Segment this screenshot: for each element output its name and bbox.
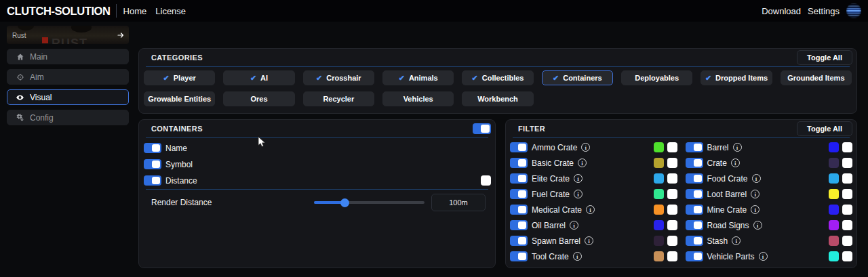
name-toggle[interactable] bbox=[144, 143, 161, 153]
info-icon[interactable]: i bbox=[753, 221, 762, 230]
distance-color-swatch[interactable] bbox=[481, 175, 491, 186]
category-ai[interactable]: ✔AI bbox=[223, 70, 294, 85]
road-signs-toggle[interactable] bbox=[686, 220, 703, 230]
ammo-crate-toggle[interactable] bbox=[510, 142, 528, 152]
crate-toggle[interactable] bbox=[686, 158, 703, 168]
basic-crate-secondary-color-swatch[interactable] bbox=[667, 158, 677, 168]
medical-crate-secondary-color-swatch[interactable] bbox=[667, 205, 677, 215]
medical-crate-toggle[interactable] bbox=[510, 205, 528, 215]
info-icon[interactable]: i bbox=[570, 221, 578, 230]
nav-license[interactable]: License bbox=[155, 6, 186, 16]
info-icon[interactable]: i bbox=[573, 252, 582, 261]
sidebar-item-visual[interactable]: Visual bbox=[7, 89, 129, 105]
info-icon[interactable]: i bbox=[752, 174, 761, 183]
category-containers[interactable]: ✔Containers bbox=[542, 70, 613, 85]
fuel-crate-secondary-color-swatch[interactable] bbox=[667, 189, 677, 199]
nav-download[interactable]: Download bbox=[762, 6, 801, 16]
info-icon[interactable]: i bbox=[586, 205, 595, 214]
crate-secondary-color-swatch[interactable] bbox=[842, 158, 852, 168]
category-vehicles[interactable]: Vehicles bbox=[382, 91, 454, 106]
oil-barrel-secondary-color-swatch[interactable] bbox=[667, 220, 677, 230]
info-icon[interactable]: i bbox=[574, 190, 583, 198]
oil-barrel-color-swatch[interactable] bbox=[654, 220, 664, 230]
render-distance-slider[interactable] bbox=[314, 201, 425, 204]
tool-crate-color-swatch[interactable] bbox=[654, 251, 664, 261]
info-icon[interactable]: i bbox=[585, 236, 593, 245]
tool-crate-secondary-color-swatch[interactable] bbox=[667, 251, 677, 261]
render-distance-value[interactable]: 100m bbox=[431, 194, 486, 211]
info-icon[interactable]: i bbox=[751, 190, 760, 198]
info-icon[interactable]: i bbox=[578, 158, 587, 167]
category-growable-entities[interactable]: Growable Entities bbox=[144, 91, 215, 106]
stash-color-swatch[interactable] bbox=[829, 236, 839, 246]
barrel-secondary-color-swatch[interactable] bbox=[842, 142, 852, 152]
vehicle-parts-secondary-color-swatch[interactable] bbox=[842, 251, 852, 261]
category-animals[interactable]: ✔Animals bbox=[382, 70, 454, 85]
info-icon[interactable]: i bbox=[751, 205, 760, 214]
categories-toggle-all-button[interactable]: Toggle All bbox=[797, 50, 852, 65]
game-thumbnail[interactable]: RUST Rust bbox=[7, 26, 129, 44]
sidebar-item-aim[interactable]: Aim bbox=[7, 69, 129, 85]
loot-barrel-toggle[interactable] bbox=[686, 189, 703, 199]
food-crate-toggle[interactable] bbox=[686, 173, 703, 184]
info-icon[interactable]: i bbox=[733, 143, 742, 152]
loot-barrel-secondary-color-swatch[interactable] bbox=[842, 189, 852, 199]
fuel-crate-color-swatch[interactable] bbox=[654, 189, 664, 199]
info-icon[interactable]: i bbox=[731, 158, 740, 167]
category-player[interactable]: ✔Player bbox=[144, 70, 215, 85]
elite-crate-secondary-color-swatch[interactable] bbox=[667, 173, 677, 184]
category-recycler[interactable]: Recycler bbox=[303, 91, 374, 106]
medical-crate-color-swatch[interactable] bbox=[654, 205, 664, 215]
vehicle-parts-toggle[interactable] bbox=[686, 251, 703, 261]
category-workbench[interactable]: Workbench bbox=[462, 91, 533, 106]
mine-crate-secondary-color-swatch[interactable] bbox=[842, 205, 852, 215]
info-icon[interactable]: i bbox=[759, 252, 768, 261]
symbol-toggle[interactable] bbox=[144, 159, 161, 169]
elite-crate-color-swatch[interactable] bbox=[654, 173, 664, 184]
food-crate-secondary-color-swatch[interactable] bbox=[842, 173, 852, 184]
loot-barrel-color-swatch[interactable] bbox=[829, 189, 839, 199]
sidebar-item-main[interactable]: Main bbox=[7, 49, 129, 64]
ammo-crate-secondary-color-swatch[interactable] bbox=[667, 142, 677, 152]
category-label: Dropped Items bbox=[715, 74, 768, 82]
category-crosshair[interactable]: ✔Crosshair bbox=[303, 70, 374, 85]
fuel-crate-toggle[interactable] bbox=[510, 189, 528, 199]
oil-barrel-toggle[interactable] bbox=[510, 220, 528, 230]
distance-toggle[interactable] bbox=[144, 175, 161, 186]
basic-crate-color-swatch[interactable] bbox=[654, 158, 664, 168]
sidebar-item-config[interactable]: Config bbox=[7, 110, 129, 125]
containers-enabled-toggle[interactable] bbox=[473, 123, 491, 134]
category-deployables[interactable]: Deployables bbox=[621, 70, 692, 85]
slider-knob[interactable] bbox=[340, 198, 349, 207]
elite-crate-toggle[interactable] bbox=[510, 173, 528, 184]
category-grounded-items[interactable]: Grounded Items bbox=[781, 70, 852, 85]
barrel-color-swatch[interactable] bbox=[829, 142, 839, 152]
crate-color-swatch[interactable] bbox=[829, 158, 839, 168]
food-crate-color-swatch[interactable] bbox=[829, 173, 839, 184]
stash-toggle[interactable] bbox=[686, 236, 703, 246]
road-signs-color-swatch[interactable] bbox=[829, 220, 839, 230]
category-collectibles[interactable]: ✔Collectibles bbox=[462, 70, 533, 85]
vehicle-parts-color-swatch[interactable] bbox=[829, 251, 839, 261]
filter-toggle-all-button[interactable]: Toggle All bbox=[797, 121, 852, 136]
stash-secondary-color-swatch[interactable] bbox=[842, 236, 852, 246]
nav-settings[interactable]: Settings bbox=[808, 6, 840, 16]
barrel-toggle[interactable] bbox=[686, 142, 703, 152]
tool-crate-toggle[interactable] bbox=[510, 251, 528, 261]
category-ores[interactable]: Ores bbox=[223, 91, 294, 106]
basic-crate-toggle[interactable] bbox=[510, 158, 528, 168]
ammo-crate-color-swatch[interactable] bbox=[654, 142, 664, 152]
road-signs-secondary-color-swatch[interactable] bbox=[842, 220, 852, 230]
info-icon[interactable]: i bbox=[574, 174, 583, 183]
mine-crate-toggle[interactable] bbox=[686, 205, 703, 215]
spawn-barrel-color-swatch[interactable] bbox=[654, 236, 664, 246]
info-icon[interactable]: i bbox=[581, 143, 590, 152]
user-avatar[interactable] bbox=[846, 3, 861, 18]
info-icon[interactable]: i bbox=[732, 236, 741, 245]
spawn-barrel-toggle[interactable] bbox=[510, 236, 528, 246]
mine-crate-color-swatch[interactable] bbox=[829, 205, 839, 215]
nav-home[interactable]: Home bbox=[123, 6, 147, 16]
category-dropped-items[interactable]: ✔Dropped Items bbox=[701, 70, 772, 85]
arrow-right-icon[interactable] bbox=[117, 31, 125, 39]
spawn-barrel-secondary-color-swatch[interactable] bbox=[667, 236, 677, 246]
